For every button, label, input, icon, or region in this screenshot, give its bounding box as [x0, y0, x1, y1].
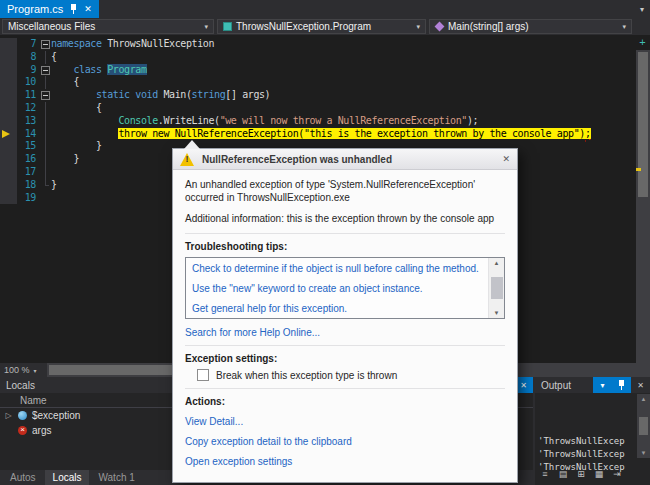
type-dropdown[interactable]: ThrowsNullException.Program ▾ [217, 19, 426, 34]
code-text[interactable]: namespace ThrowsNullException [51, 38, 636, 51]
fold-margin[interactable] [40, 64, 51, 77]
scroll-down-icon[interactable]: ▼ [494, 310, 500, 316]
line-number: 18 [17, 179, 40, 192]
method-icon [435, 22, 444, 31]
exception-settings-label: Exception settings: [185, 353, 505, 364]
line-number: 15 [17, 140, 40, 153]
scrollbar-thumb[interactable] [639, 417, 648, 435]
breakpoint-margin[interactable] [0, 192, 17, 205]
output-scrollbar[interactable]: ▲ ▼ [637, 394, 650, 458]
action-link[interactable]: View Detail... [185, 412, 505, 432]
word-wrap-icon[interactable]: ▦ [591, 466, 607, 482]
code-line-9[interactable]: 9 class Program [0, 64, 636, 77]
scrollbar-thumb[interactable] [491, 277, 503, 299]
code-text[interactable]: { [51, 51, 636, 64]
scroll-up-icon[interactable]: ▲ [641, 396, 647, 402]
code-text[interactable]: static void Main(string[] args) [51, 89, 636, 102]
fold-margin [40, 76, 51, 89]
breakpoint-margin[interactable] [0, 38, 17, 51]
action-link[interactable]: Copy exception detail to the clipboard [185, 432, 505, 452]
scrollbar-thumb[interactable] [638, 52, 648, 197]
chevron-down-icon[interactable]: ▾ [640, 5, 644, 14]
collapse-icon[interactable] [41, 91, 50, 100]
editor-vertical-scrollbar[interactable] [636, 50, 650, 363]
breakpoint-margin[interactable] [0, 115, 17, 128]
close-icon[interactable]: ✕ [631, 377, 650, 393]
code-line-7[interactable]: 7namespace ThrowsNullException [0, 38, 636, 51]
code-text[interactable]: throw new NullReferenceException("this i… [51, 128, 636, 141]
code-text[interactable]: { [51, 76, 636, 89]
breakpoint-margin[interactable] [0, 140, 17, 153]
fold-margin [40, 140, 51, 153]
code-text[interactable]: { [51, 102, 636, 115]
action-link[interactable]: Open exception settings [185, 452, 505, 472]
fold-margin[interactable] [40, 89, 51, 102]
collapse-icon[interactable] [41, 40, 50, 49]
code-line-8[interactable]: 8{ [0, 51, 636, 64]
exception-dialog: NullReferenceException was unhandled ✕ A… [172, 148, 518, 483]
breakpoint-margin[interactable] [0, 51, 17, 64]
code-text[interactable]: Console.WriteLine("we will now throw a N… [51, 115, 636, 128]
class-icon [223, 22, 232, 31]
search-help-link[interactable]: Search for more Help Online... [185, 327, 505, 338]
output-toolbar: ≡▤⊞▦⇥ [537, 466, 625, 482]
code-line-14[interactable]: 14 throw new NullReferenceException("thi… [0, 128, 636, 141]
fold-margin [40, 102, 51, 115]
member-dropdown[interactable]: Main(string[] args) ▾ [429, 19, 632, 34]
troubleshooting-tip-link[interactable]: Get general help for this exception. [192, 299, 482, 319]
code-line-12[interactable]: 12 { [0, 102, 636, 115]
document-tab-bar: Program.cs ✕ ▾ [0, 0, 650, 18]
chevron-down-icon: ▾ [204, 23, 208, 31]
breakpoint-margin[interactable] [0, 179, 17, 192]
fold-margin [40, 51, 51, 64]
clear-all-icon[interactable]: ⊞ [573, 466, 589, 482]
code-line-11[interactable]: 11 static void Main(string[] args) [0, 89, 636, 102]
close-icon[interactable]: ✕ [502, 154, 510, 164]
breakpoint-margin[interactable] [0, 166, 17, 179]
troubleshooting-label: Troubleshooting tips: [185, 241, 505, 252]
collapse-icon[interactable] [41, 66, 50, 75]
action-links: View Detail...Copy exception detail to t… [185, 412, 505, 472]
breakpoint-margin[interactable] [0, 64, 17, 77]
split-editor-icon[interactable]: + [636, 36, 649, 49]
code-line-10[interactable]: 10 { [0, 76, 636, 89]
troubleshooting-tips-box: ▲ ▼ Check to determine if the object is … [185, 257, 505, 319]
output-source-icon[interactable]: ≡ [537, 466, 553, 482]
breakpoint-margin[interactable] [0, 102, 17, 115]
close-icon[interactable]: ✕ [84, 4, 92, 14]
window-position-icon[interactable]: ▾ [593, 377, 612, 393]
variable-name: $exception [32, 410, 80, 421]
breakpoint-margin[interactable] [0, 128, 17, 141]
scroll-up-icon[interactable]: ▲ [494, 260, 500, 266]
breakpoint-margin[interactable] [0, 153, 17, 166]
fold-margin [40, 153, 51, 166]
find-message-icon[interactable]: ▤ [555, 466, 571, 482]
fold-margin[interactable] [40, 38, 51, 51]
fold-margin [40, 166, 51, 179]
troubleshooting-tip-link[interactable]: Check to determine if the object is null… [192, 259, 482, 279]
autoscroll-icon[interactable]: ⇥ [609, 466, 625, 482]
break-checkbox[interactable] [197, 369, 209, 381]
divider [185, 233, 505, 234]
panel-tab[interactable]: Watch 1 [90, 470, 142, 485]
breakpoint-margin[interactable] [0, 76, 17, 89]
troubleshooting-tip-link[interactable]: Use the "new" keyword to create an objec… [192, 279, 482, 299]
tips-scrollbar[interactable]: ▲ ▼ [488, 258, 504, 318]
code-text[interactable]: class Program [51, 64, 636, 77]
scroll-down-icon[interactable]: ▼ [641, 450, 647, 456]
output-lines: 'ThrowsNullExcep'ThrowsNullExcep'ThrowsN… [535, 396, 636, 474]
code-line-13[interactable]: 13 Console.WriteLine("we will now throw … [0, 115, 636, 128]
dialog-body: An unhandled exception of type 'System.N… [173, 170, 517, 482]
panel-tab[interactable]: Autos [2, 470, 44, 485]
actions-label: Actions: [185, 396, 505, 407]
tab-program-cs[interactable]: Program.cs ✕ [0, 0, 99, 18]
project-scope-dropdown[interactable]: Miscellaneous Files ▾ [2, 19, 214, 34]
expand-arrow-icon[interactable]: ▷ [4, 411, 13, 420]
output-panel: Output ▾ ✕ 'ThrowsNullExcep'ThrowsNullEx… [535, 377, 650, 485]
pin-icon[interactable] [70, 4, 77, 14]
zoom-control[interactable]: 100 % ▾ [0, 363, 47, 377]
pin-icon[interactable] [612, 377, 631, 393]
breakpoint-margin[interactable] [0, 89, 17, 102]
panel-tab[interactable]: Locals [45, 470, 90, 485]
tab-label: Program.cs [7, 3, 63, 15]
